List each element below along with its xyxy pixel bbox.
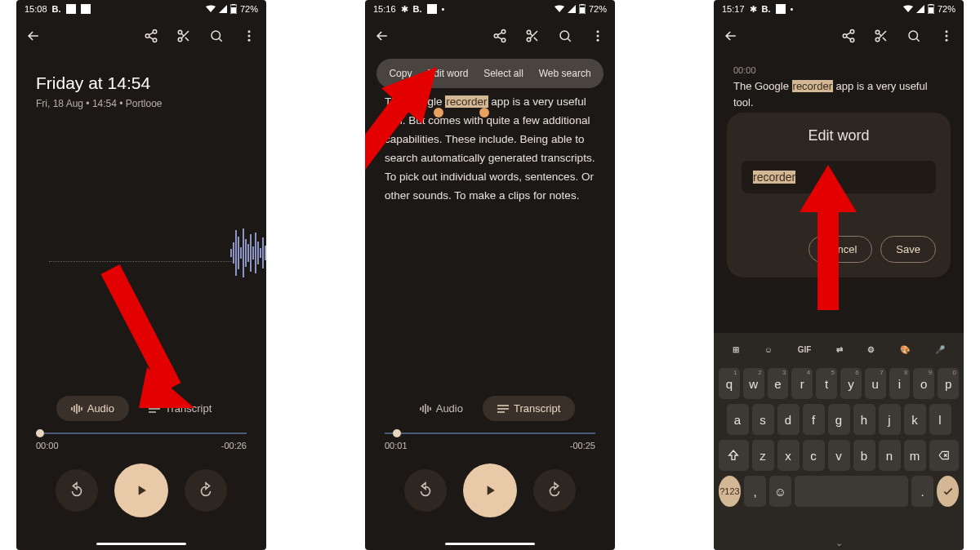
progress-bar[interactable]	[385, 432, 595, 434]
share-icon[interactable]	[142, 27, 160, 45]
tab-audio[interactable]: Audio	[405, 396, 478, 421]
toolbar	[365, 18, 615, 54]
more-icon[interactable]	[938, 27, 956, 45]
battery-icon	[579, 4, 586, 14]
key-h[interactable]: h	[853, 404, 875, 435]
back-button[interactable]	[24, 27, 42, 45]
status-dot: •	[442, 4, 445, 14]
trim-icon[interactable]	[872, 27, 890, 45]
key-n[interactable]: n	[879, 440, 901, 471]
back-button[interactable]	[722, 27, 740, 45]
transcript-timecode: 00:00	[714, 54, 964, 78]
rewind-button[interactable]	[56, 469, 98, 512]
trim-icon[interactable]	[523, 27, 541, 45]
key-f[interactable]: f	[803, 404, 825, 435]
battery-percent: 72%	[589, 4, 607, 14]
back-button[interactable]	[373, 27, 391, 45]
svg-point-22	[597, 35, 599, 38]
grid-icon[interactable]: ⊞	[733, 345, 739, 354]
recording-title: Friday at 14:54	[16, 54, 266, 98]
key-e[interactable]: e3	[768, 368, 789, 399]
key-u[interactable]: u7	[865, 368, 886, 399]
annotation-arrow	[365, 65, 439, 204]
key-t[interactable]: t5	[816, 368, 837, 399]
key-o[interactable]: o9	[913, 368, 934, 399]
selected-word[interactable]: recorder	[445, 95, 488, 108]
more-icon[interactable]	[240, 27, 258, 45]
key-b[interactable]: b	[853, 440, 875, 471]
battery-percent: 72%	[938, 4, 956, 14]
trim-icon[interactable]	[175, 27, 193, 45]
save-button[interactable]: Save	[880, 236, 936, 263]
svg-point-21	[597, 30, 599, 33]
key-q[interactable]: q1	[719, 368, 740, 399]
key-m[interactable]: m	[904, 440, 926, 471]
tab-audio-label: Audio	[436, 402, 463, 415]
annotation-arrow	[779, 163, 877, 318]
key-s[interactable]: s	[752, 404, 774, 435]
key-v[interactable]: v	[828, 440, 850, 471]
gif-icon[interactable]: GIF	[798, 345, 812, 354]
svg-point-32	[909, 31, 918, 40]
space-key[interactable]	[795, 476, 908, 507]
shift-key[interactable]	[719, 440, 749, 471]
screenshot-1: 15:08 B. 72%	[16, 0, 266, 550]
play-button[interactable]	[114, 464, 168, 517]
search-icon[interactable]	[207, 27, 225, 45]
keyboard-collapse-icon[interactable]: ⌄	[835, 538, 843, 548]
progress-bar[interactable]	[36, 432, 247, 434]
key-i[interactable]: i8	[889, 368, 911, 399]
more-icon[interactable]	[589, 27, 607, 45]
period-key[interactable]: .	[911, 476, 933, 507]
rewind-button[interactable]	[404, 469, 447, 512]
key-a[interactable]: a	[727, 404, 749, 435]
key-p[interactable]: p0	[938, 368, 959, 399]
key-w[interactable]: w2	[743, 368, 764, 399]
forward-button[interactable]	[185, 469, 227, 512]
sticker-icon[interactable]: ☺	[764, 345, 773, 354]
tab-transcript-label: Transcript	[514, 402, 560, 415]
svg-point-7	[178, 38, 182, 42]
status-time: 15:08	[24, 4, 47, 14]
key-g[interactable]: g	[828, 404, 850, 435]
play-button[interactable]	[463, 464, 517, 517]
context-web-search[interactable]: Web search	[536, 64, 595, 82]
svg-rect-25	[929, 7, 933, 13]
svg-point-28	[843, 34, 847, 38]
key-r[interactable]: r4	[791, 368, 813, 399]
key-y[interactable]: y6	[840, 368, 862, 399]
signal-icon	[916, 5, 924, 13]
key-z[interactable]: z	[752, 440, 774, 471]
forward-button[interactable]	[533, 469, 576, 512]
dialog-title: Edit word	[742, 127, 936, 144]
palette-icon[interactable]: 🎨	[900, 345, 910, 354]
key-c[interactable]: c	[803, 440, 825, 471]
svg-point-23	[597, 39, 599, 42]
share-icon[interactable]	[840, 27, 858, 45]
context-select-all[interactable]: Select all	[480, 64, 527, 82]
gear-icon[interactable]: ⚙	[867, 345, 875, 354]
mic-icon[interactable]: 🎤	[935, 345, 945, 354]
key-l[interactable]: l	[929, 404, 951, 435]
nav-bar[interactable]	[96, 543, 186, 545]
backspace-key[interactable]	[929, 440, 960, 471]
transcript-text[interactable]: The Google recorder app is a very useful…	[714, 78, 964, 110]
key-d[interactable]: d	[777, 404, 800, 435]
share-icon[interactable]	[491, 27, 509, 45]
key-j[interactable]: j	[879, 404, 901, 435]
translate-icon[interactable]: ⇄	[836, 345, 843, 354]
emoji-key[interactable]: ☺	[769, 476, 791, 507]
tab-transcript[interactable]: Transcript	[483, 396, 575, 421]
search-icon[interactable]	[556, 27, 574, 45]
symbols-key[interactable]: ?123	[719, 476, 741, 507]
key-k[interactable]: k	[904, 404, 926, 435]
enter-key[interactable]	[937, 476, 959, 507]
signal-icon	[568, 5, 576, 13]
nav-bar[interactable]	[445, 543, 535, 545]
search-icon[interactable]	[905, 27, 923, 45]
svg-point-19	[527, 38, 531, 42]
comma-key[interactable]: ,	[744, 476, 766, 507]
key-x[interactable]: x	[777, 440, 800, 471]
selection-handle[interactable]	[479, 108, 489, 118]
status-app-icon	[776, 4, 786, 14]
